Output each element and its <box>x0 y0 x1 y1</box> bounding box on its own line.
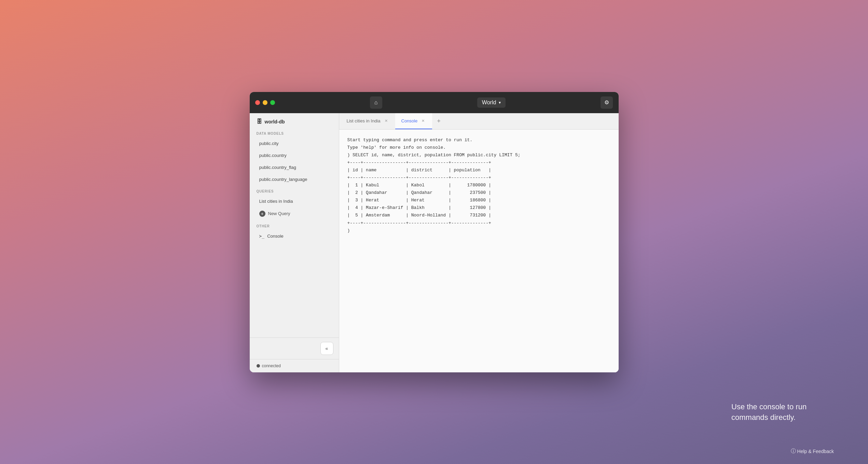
sidebar-item-public-country-language[interactable]: public.country_language <box>252 174 336 185</box>
database-icon: 🗄 <box>257 119 262 125</box>
sidebar-bottom: « <box>250 337 339 359</box>
right-panel: List cities in India ✕ Console ✕ + Start… <box>339 113 619 372</box>
sidebar-query-list-cities[interactable]: List cities in India <box>252 196 336 207</box>
home-icon: ⌂ <box>374 100 378 106</box>
queries-section-label: QUERIES <box>250 185 339 195</box>
new-query-button[interactable]: + New Query <box>252 208 336 220</box>
plus-circle-icon: + <box>259 211 265 217</box>
sidebar-db-name: world-db <box>265 119 285 124</box>
connection-status-dot <box>257 364 260 368</box>
app-window: ⌂ World ▾ ⚙ 🗄 world-db DATA MODELS publi… <box>250 92 619 372</box>
new-tab-button[interactable]: + <box>432 114 445 128</box>
data-models-section-label: DATA MODELS <box>250 128 339 137</box>
help-icon: ⓘ <box>791 448 796 454</box>
sidebar-item-public-country[interactable]: public.country <box>252 150 336 161</box>
settings-button[interactable]: ⚙ <box>601 96 613 109</box>
other-section-label: OTHER <box>250 220 339 230</box>
collapse-sidebar-button[interactable]: « <box>320 342 333 355</box>
sidebar: 🗄 world-db DATA MODELS public.city publi… <box>250 113 339 372</box>
titlebar: ⌂ World ▾ ⚙ <box>250 92 619 113</box>
minimize-window-button[interactable] <box>263 100 267 105</box>
sidebar-db-header: 🗄 world-db <box>250 113 339 128</box>
main-area: 🗄 world-db DATA MODELS public.city publi… <box>250 113 619 372</box>
tab-list-cities-close[interactable]: ✕ <box>383 118 389 124</box>
connection-status-label: connected <box>262 363 281 368</box>
tab-list-cities-label: List cities in India <box>347 118 381 123</box>
collapse-icon: « <box>326 346 328 351</box>
sidebar-item-public-country-flag[interactable]: public.country_flag <box>252 162 336 173</box>
gear-icon: ⚙ <box>604 99 609 106</box>
traffic-lights <box>255 100 275 105</box>
sidebar-footer: connected <box>250 359 339 372</box>
tab-console-close[interactable]: ✕ <box>420 118 426 124</box>
tab-console-label: Console <box>401 118 418 123</box>
maximize-window-button[interactable] <box>270 100 275 105</box>
console-label: Console <box>267 234 284 239</box>
home-button[interactable]: ⌂ <box>370 96 382 109</box>
help-feedback-label: Help & Feedback <box>797 449 834 454</box>
tab-console[interactable]: Console ✕ <box>395 113 432 129</box>
database-name-label: World <box>482 100 496 106</box>
tab-list-cities[interactable]: List cities in India ✕ <box>341 113 395 129</box>
database-selector[interactable]: World ▾ <box>477 97 506 108</box>
sidebar-console-item[interactable]: ≻_ Console <box>252 230 336 242</box>
close-window-button[interactable] <box>255 100 260 105</box>
chevron-down-icon: ▾ <box>499 100 501 105</box>
tabs-bar: List cities in India ✕ Console ✕ + <box>339 113 619 130</box>
sidebar-item-public-city[interactable]: public.city <box>252 138 336 149</box>
console-output[interactable]: Start typing command and press enter to … <box>339 130 619 372</box>
new-query-label: New Query <box>268 211 290 216</box>
terminal-icon: ≻_ <box>259 234 265 239</box>
hint-text: Use the console to run commands directly… <box>731 402 827 423</box>
help-feedback-button[interactable]: ⓘ Help & Feedback <box>791 448 834 454</box>
